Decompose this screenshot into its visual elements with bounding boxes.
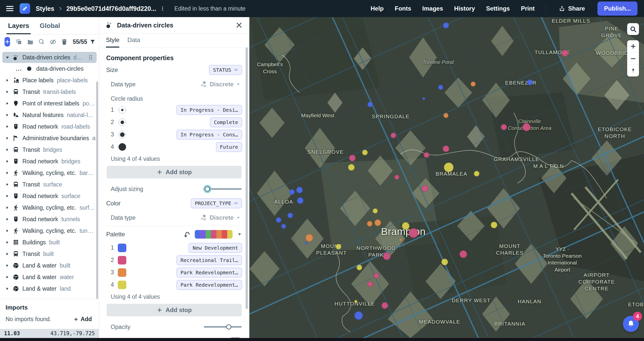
map-data-circle[interactable] [349, 155, 356, 161]
topbar-nav-history[interactable]: History [454, 5, 475, 12]
select-on-map-icon[interactable] [38, 39, 45, 45]
sidebar-layer-row[interactable]: Road networkroad-labels [0, 121, 99, 132]
map-data-circle[interactable] [374, 219, 381, 226]
topbar-nav-settings[interactable]: Settings [486, 5, 510, 12]
drag-handle-icon[interactable] [88, 54, 94, 61]
map-data-circle[interactable] [501, 124, 507, 130]
slider-knob[interactable] [205, 186, 210, 192]
map-data-circle[interactable] [305, 242, 308, 244]
map-data-circle[interactable] [391, 133, 396, 138]
opacity-slider[interactable] [204, 326, 242, 327]
map-canvas[interactable]: ELDER MILLSPINE GROVEWOODBRIDGETULLAMORE… [249, 17, 644, 338]
breadcrumb-styles-link[interactable]: Styles [36, 5, 54, 12]
color-swatch[interactable] [118, 281, 126, 289]
map-data-circle[interactable] [289, 189, 295, 195]
map-data-circle[interactable] [281, 224, 286, 229]
sidebar-layer-row[interactable]: Road networktunnels [0, 213, 99, 225]
sidebar-layer-row[interactable]: Walking, cycling, etc.tunnels [0, 225, 99, 237]
palette-stop-value[interactable]: Recreational Trail… [176, 255, 242, 265]
map-data-circle[interactable] [287, 213, 293, 218]
topbar-nav-fonts[interactable]: Fonts [395, 5, 411, 12]
map-data-circle[interactable] [444, 163, 453, 172]
sidebar-layer-row[interactable]: Transittransit-labels [0, 86, 99, 98]
share-button[interactable]: Share [557, 5, 587, 12]
map-data-circle[interactable] [296, 187, 303, 193]
sidebar-layer-row[interactable]: Walking, cycling, etc.surface [0, 202, 99, 213]
map-data-circle[interactable] [297, 197, 304, 204]
hide-layer-icon[interactable] [50, 39, 56, 45]
tab-global[interactable]: Global [38, 22, 62, 34]
adjust-sizing-slider[interactable] [204, 188, 242, 190]
add-palette-stop-button[interactable]: Add stop [107, 304, 242, 316]
zoom-in-button[interactable] [627, 40, 639, 52]
map-data-circle[interactable] [460, 250, 467, 258]
sidebar-layer-row[interactable]: Buildingsbuilt [0, 237, 99, 248]
map-data-circle[interactable] [423, 97, 425, 100]
map-data-circle[interactable] [443, 22, 449, 28]
tab-data[interactable]: Data [127, 33, 140, 48]
radius-stop-value[interactable]: In Progress - Desi… [176, 105, 242, 115]
map-data-circle[interactable] [443, 113, 448, 118]
color-field-chip[interactable]: PROJECT_TYPE“ [191, 198, 242, 208]
map-data-circle[interactable] [354, 300, 357, 303]
sidebar-layer-row[interactable]: Transitbridges [0, 144, 99, 156]
add-import-button[interactable]: Add [72, 316, 93, 323]
data-type-select[interactable]: Discrete [198, 80, 242, 88]
stop-dot-preview[interactable] [118, 142, 132, 151]
color-swatch[interactable] [118, 244, 126, 252]
zoom-out-button[interactable] [627, 52, 639, 64]
map-data-circle[interactable] [383, 252, 391, 260]
add-radius-stop-button[interactable]: Add stop [107, 166, 242, 178]
layer-row-selected[interactable]: Data-driven circles data-driven-ci [2, 52, 97, 63]
add-layer-button[interactable] [5, 37, 10, 47]
map-data-circle[interactable] [382, 302, 388, 309]
map-data-circle[interactable] [373, 208, 378, 213]
compass-button[interactable] [627, 64, 639, 77]
slider-knob[interactable] [226, 324, 232, 330]
sidebar-layer-row[interactable]: Transitsurface [0, 179, 99, 190]
map-data-circle[interactable] [491, 222, 497, 228]
map-data-circle[interactable] [367, 102, 373, 107]
topbar-nav-images[interactable]: Images [422, 5, 443, 12]
sidebar-layer-row[interactable]: Place labelsplace-labels [0, 74, 99, 86]
palette-stop-value[interactable]: New Development [188, 243, 242, 253]
map-data-circle[interactable] [362, 150, 368, 155]
sidebar-layer-row[interactable]: Land & waterbuilt [0, 260, 99, 271]
stop-dot-preview[interactable] [118, 130, 132, 139]
map-data-circle[interactable] [422, 185, 428, 192]
size-field-chip[interactable]: STATUS“ [209, 65, 242, 75]
map-data-circle[interactable] [367, 221, 372, 226]
sidebar-layer-row[interactable]: Point of interest labelspoi-labels [0, 98, 99, 109]
sidebar-layer-row[interactable]: Natural featuresnatural-labels [0, 109, 99, 121]
sublayer-menu-dots[interactable]: ... [16, 67, 22, 70]
data-type-select[interactable]: Discrete [198, 214, 242, 222]
tab-layers[interactable]: Layers [7, 22, 31, 34]
topbar-nav-print[interactable]: Print [521, 5, 535, 12]
map-data-circle[interactable] [562, 50, 568, 56]
map-data-circle[interactable] [336, 244, 341, 249]
map-data-circle[interactable] [402, 222, 409, 230]
map-data-circle[interactable] [441, 259, 448, 265]
radius-stop-value[interactable]: Complete [210, 117, 242, 127]
map-data-circle[interactable] [357, 265, 362, 270]
sidebar-scrollbar[interactable] [96, 82, 98, 299]
map-data-circle[interactable] [522, 123, 531, 131]
main-menu-icon[interactable] [6, 4, 14, 13]
map-data-circle[interactable] [424, 152, 429, 158]
filter-icon[interactable] [90, 39, 96, 45]
stop-dot-preview[interactable] [118, 105, 132, 115]
map-data-circle[interactable] [474, 171, 479, 176]
sidebar-layer-row[interactable]: Land & waterland [0, 283, 99, 294]
topbar-nav-help[interactable]: Help [371, 5, 384, 12]
sidebar-layer-row[interactable]: Land & waterwater [0, 271, 99, 283]
map-data-circle[interactable] [276, 217, 281, 223]
style-id[interactable]: 29b5e0e071d4f76d0aff9d220... [66, 5, 156, 12]
style-menu-icon[interactable] [160, 5, 165, 12]
sidebar-layer-row[interactable]: Road networksurface [0, 190, 99, 202]
map-data-circle[interactable] [527, 79, 533, 85]
palette-dropdown-icon[interactable] [237, 232, 242, 237]
sidebar-layer-row[interactable]: Walking, cycling, etc.barriers-bridges [0, 167, 99, 179]
studio-logo[interactable] [20, 3, 30, 14]
color-swatch[interactable] [118, 268, 126, 277]
map-data-circle[interactable] [471, 82, 476, 87]
